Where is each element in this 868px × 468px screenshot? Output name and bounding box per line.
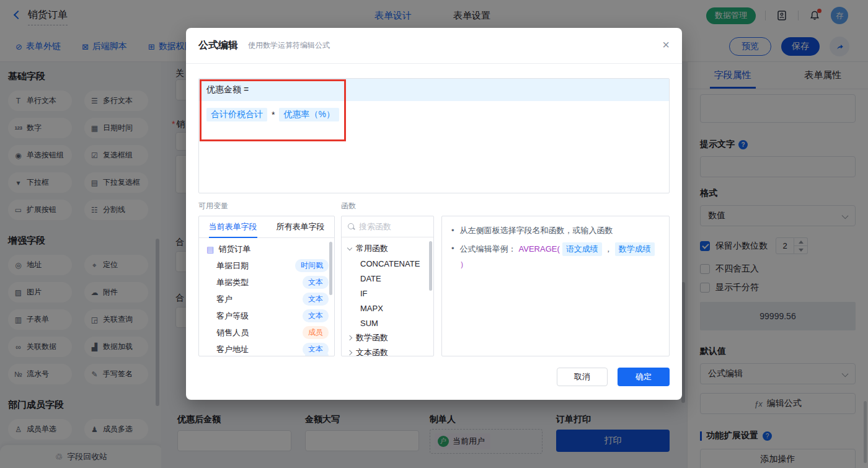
modal-title: 公式编辑: [198, 39, 238, 52]
variables-tabs: 当前表单字段 所有表单字段: [199, 216, 334, 238]
type-badge: 成员: [303, 326, 329, 339]
type-badge: 文本: [303, 276, 329, 289]
function-item[interactable]: SUM: [342, 316, 433, 330]
function-item[interactable]: DATE: [342, 271, 433, 286]
tip-close-paren: ）: [460, 258, 468, 271]
variable-row[interactable]: 客户文本: [199, 291, 334, 307]
tip-row: • 公式编辑举例： AVERAGE( 语文成绩 ， 数学成绩 ）: [451, 242, 660, 271]
variable-row[interactable]: 销售人员成员: [199, 324, 334, 341]
function-item[interactable]: MAPX: [342, 301, 433, 316]
type-badge: 文本: [303, 293, 329, 306]
bullet-icon: •: [451, 224, 454, 237]
confirm-button[interactable]: 确定: [618, 368, 670, 386]
tip-comma: ，: [604, 243, 613, 255]
search-icon: [348, 223, 355, 230]
tip-example-prefix: 公式编辑举例：: [460, 243, 516, 255]
chevron-right-icon: [347, 350, 352, 355]
tree-root-label: 销货订单: [218, 244, 250, 255]
variables-tree: ▤ 销货订单 单据日期时间戳 单据类型文本 客户文本 客户等级文本 销售人员成员…: [199, 238, 334, 356]
variable-name: 客户: [216, 294, 232, 305]
type-badge: 文本: [303, 309, 329, 322]
function-search-input[interactable]: [359, 222, 421, 231]
variable-row[interactable]: 单据日期时间戳: [199, 257, 334, 274]
functions-panel: 常用函数 CONCATENATE DATE IF MAPX SUM 数学函数 文…: [341, 216, 434, 356]
formula-operator: *: [272, 110, 275, 120]
bullet-icon: •: [451, 242, 454, 255]
chevron-right-icon: [347, 335, 352, 340]
form-doc-icon: ▤: [206, 245, 214, 254]
functions-scrollbar[interactable]: [429, 241, 432, 291]
modal-footer: 取消 确定: [557, 368, 670, 386]
tip-function-name: AVERAGE(: [519, 243, 560, 255]
tip-field-chip: 语文成绩: [562, 242, 602, 256]
variable-name: 客户地址: [216, 344, 249, 355]
variables-scrollbar[interactable]: [329, 242, 332, 295]
app-root: 销货订单 表单设计 表单设置 数据管理 存 ⊘表单外链 ⊠后端脚本 ⊞数据权限 …: [0, 0, 868, 468]
formula-field-chip[interactable]: 合计价税合计: [206, 108, 267, 121]
variable-row[interactable]: 客户等级文本: [199, 307, 334, 324]
functions-tree: 常用函数 CONCATENATE DATE IF MAPX SUM 数学函数 文…: [342, 237, 433, 356]
variable-name: 销售人员: [216, 327, 249, 338]
function-group-math[interactable]: 数学函数: [342, 330, 433, 345]
tip-example: 公式编辑举例： AVERAGE( 语文成绩 ， 数学成绩 ）: [460, 242, 660, 271]
variable-name: 单据类型: [216, 277, 249, 288]
modal-header: 公式编辑 使用数学运算符编辑公式 ×: [186, 28, 682, 64]
tree-root-form[interactable]: ▤ 销货订单: [199, 241, 334, 257]
variable-name: 单据日期: [216, 260, 249, 272]
cancel-button[interactable]: 取消: [557, 368, 608, 386]
tab-all-form-fields[interactable]: 所有表单字段: [267, 216, 334, 237]
group-label: 常用函数: [356, 243, 388, 254]
variable-row[interactable]: 单据类型文本: [199, 274, 334, 291]
formula-expression[interactable]: 合计价税合计 * 优惠率（%）: [199, 101, 669, 128]
chevron-down-icon: [347, 245, 352, 250]
function-group-common[interactable]: 常用函数: [342, 241, 433, 256]
function-item[interactable]: CONCATENATE: [342, 256, 433, 271]
variables-section-label: 可用变量: [198, 201, 228, 211]
group-label: 文本函数: [356, 347, 388, 356]
cut-badge: [305, 352, 329, 356]
tab-current-form-fields[interactable]: 当前表单字段: [199, 216, 267, 237]
functions-section-label: 函数: [341, 201, 356, 211]
formula-edit-modal: 公式编辑 使用数学运算符编辑公式 × 优惠金额 = 合计价税合计 * 优惠率（%…: [186, 28, 682, 400]
tip-row: • 从左侧面板选择字段名和函数，或输入函数: [451, 224, 660, 237]
tips-panel: • 从左侧面板选择字段名和函数，或输入函数 • 公式编辑举例： AVERAGE(…: [441, 216, 670, 356]
type-badge: 时间戳: [295, 259, 329, 272]
function-group-text[interactable]: 文本函数: [342, 345, 433, 356]
function-search: [342, 216, 433, 237]
formula-target: 优惠金额 =: [199, 79, 669, 101]
formula-editor[interactable]: 优惠金额 = 合计价税合计 * 优惠率（%）: [198, 78, 670, 193]
function-item[interactable]: IF: [342, 286, 433, 301]
modal-subtitle: 使用数学运算符编辑公式: [248, 40, 330, 51]
variables-panel: 当前表单字段 所有表单字段 ▤ 销货订单 单据日期时间戳 单据类型文本 客户文本…: [198, 216, 335, 356]
formula-field-chip[interactable]: 优惠率（%）: [279, 108, 339, 121]
variable-name: 客户等级: [216, 311, 249, 322]
close-icon[interactable]: ×: [662, 38, 670, 51]
tip-field-chip: 数学成绩: [615, 242, 655, 256]
group-label: 数学函数: [356, 332, 388, 343]
tip-text: 从左侧面板选择字段名和函数，或输入函数: [460, 224, 613, 237]
